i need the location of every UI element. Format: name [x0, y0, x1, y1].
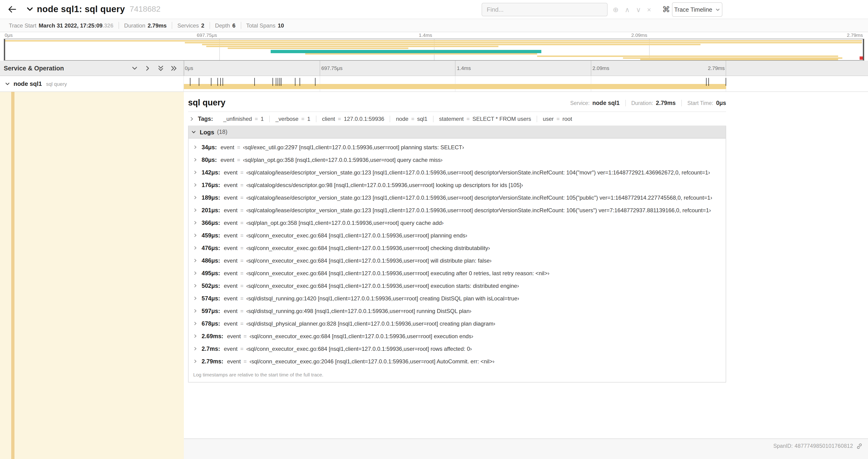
log-row[interactable]: 678μs: event ‹sql/distsql_physical_plann… [189, 317, 726, 330]
next-match-icon[interactable]: ∨ [636, 6, 641, 13]
log-field-key: event [224, 232, 238, 239]
minimap-span [537, 55, 838, 57]
log-tick-mark [708, 78, 709, 86]
span-detail-content: sql query Service: node sql1 Duration: 2… [188, 94, 726, 383]
equals-sign [411, 116, 414, 122]
double-chevron-right-icon [170, 65, 177, 72]
log-row[interactable]: 142μs: event ‹sql/catalog/lease/descript… [189, 166, 726, 179]
trace-timeline-page: node sql1: sql query 7418682 ⊕ ∧ ∨ × ⌘ T… [0, 0, 868, 459]
logs-list: 34μs: event ‹sql/exec_util.go:2297 [nsql… [189, 138, 726, 368]
service-operation-header: Service & Operation [0, 61, 184, 75]
tag-value: 1 [307, 116, 310, 122]
span-id-label: SpanID: [773, 443, 793, 449]
deep-link-icon[interactable] [856, 443, 862, 449]
logs-header[interactable]: Logs (18) [189, 126, 726, 138]
view-type-button[interactable]: Trace Timeline [672, 2, 722, 17]
equals-sign [237, 157, 240, 163]
equals-sign [240, 270, 243, 276]
span-row-name-cell[interactable]: node sql1 sql query [0, 76, 184, 91]
expand-all-button[interactable] [170, 64, 178, 72]
detail-stat-value: 2.79ms [656, 100, 676, 106]
log-field-key: event [224, 194, 238, 201]
collapse-one-level-button[interactable] [131, 64, 138, 72]
log-timestamp: 366μs: [202, 220, 220, 226]
log-timestamp: 2.79ms: [202, 358, 223, 365]
log-field-value: ‹sql/catalog/lease/descriptor_version_st… [246, 194, 712, 201]
log-row[interactable]: 34μs: event ‹sql/exec_util.go:2297 [nsql… [189, 141, 726, 154]
log-timestamp: 189μs: [202, 194, 220, 201]
log-tick-mark [273, 78, 273, 86]
log-row[interactable]: 486μs: event ‹sql/conn_executor_exec.go:… [189, 254, 726, 267]
span-row[interactable]: node sql1 sql query [0, 76, 868, 92]
log-timestamp: 476μs: [202, 245, 220, 251]
log-row[interactable]: 476μs: event ‹sql/conn_executor_exec.go:… [189, 242, 726, 254]
prev-match-icon[interactable]: ∧ [625, 6, 630, 13]
tick-line [455, 61, 456, 75]
minimap[interactable] [4, 39, 864, 61]
equals-sign [466, 116, 469, 122]
find-controls: ⊕ ∧ ∨ × [613, 3, 651, 16]
log-field-key: event [224, 220, 238, 226]
log-row[interactable]: 366μs: event ‹sql/plan_opt.go:358 [nsql1… [189, 217, 726, 229]
log-field-key: event [220, 157, 234, 163]
tags-list: _unfinished 1 _verbose 1 [218, 116, 578, 122]
tick-label: 2.79ms [847, 32, 863, 38]
tags-row[interactable]: Tags: _unfinished 1 _verbose [188, 112, 726, 126]
log-row[interactable]: 2.79ms: event ‹sql/conn_executor_exec.go… [189, 355, 726, 368]
back-button[interactable] [6, 4, 18, 15]
focus-matches-icon[interactable]: ⊕ [613, 6, 619, 13]
log-field-key: event [224, 283, 238, 289]
span-id-value: 4877749850101760812 [795, 443, 853, 449]
keyboard-shortcuts-icon[interactable]: ⌘ [662, 3, 670, 16]
equals-sign [240, 182, 243, 188]
span-detail-panel: sql query Service: node sql1 Duration: 2… [184, 92, 868, 439]
log-row[interactable]: 2.69ms: event ‹sql/conn_executor_exec.go… [189, 330, 726, 342]
detail-stat: Service: node sql1 [565, 100, 625, 106]
log-row[interactable]: 176μs: event ‹sql/catalog/descs/descript… [189, 179, 726, 191]
log-row[interactable]: 459μs: event ‹sql/conn_executor_exec.go:… [189, 229, 726, 242]
log-row[interactable]: 201μs: event ‹sql/catalog/lease/descript… [189, 204, 726, 217]
equals-sign [240, 321, 243, 326]
log-timestamp: 80μs: [202, 157, 217, 163]
minimap-right-handle[interactable] [863, 39, 864, 60]
log-row[interactable]: 574μs: event ‹sql/distsql_running.go:142… [189, 292, 726, 305]
equals-sign [240, 296, 243, 301]
collapse-all-button[interactable] [157, 64, 165, 72]
chevron-down-icon[interactable] [5, 81, 10, 87]
log-field-key: event [224, 257, 238, 264]
tag-value: sql1 [417, 116, 428, 122]
span-bar-track[interactable] [184, 76, 726, 91]
equals-sign [237, 144, 240, 150]
minimap-tick-labels: 0μs697.75μs1.4ms2.09ms2.79ms [4, 32, 864, 39]
log-row[interactable]: 189μs: event ‹sql/catalog/lease/descript… [189, 191, 726, 204]
log-row[interactable]: 495μs: event ‹sql/conn_executor_exec.go:… [189, 267, 726, 280]
trace-header-collapse-toggle[interactable] [25, 5, 34, 14]
chevron-right-icon [193, 271, 197, 275]
log-timestamp: 495μs: [202, 270, 220, 276]
log-timestamp: 459μs: [202, 232, 220, 239]
log-row[interactable]: 597μs: event ‹sql/distsql_running.go:498… [189, 305, 726, 317]
tick-line [319, 61, 320, 75]
minimap-span [185, 42, 862, 43]
minimap-span [640, 59, 838, 60]
logs-label: Logs [200, 129, 214, 135]
summary-item: Duration 2.79ms [119, 22, 172, 29]
detail-stat-value: 0μs [716, 100, 726, 106]
log-row[interactable]: 502μs: event ‹sql/conn_executor_exec.go:… [189, 280, 726, 292]
log-field-value: ‹sql/distsql_running.go:498 [nsql1,clien… [246, 308, 471, 314]
log-row[interactable]: 80μs: event ‹sql/plan_opt.go:358 [nsql1,… [189, 154, 726, 166]
minimap-left-handle[interactable] [4, 39, 5, 60]
clear-search-icon[interactable]: × [647, 6, 651, 13]
tag-value: 127.0.0.1:59936 [344, 116, 384, 122]
log-field-key: event [224, 295, 238, 302]
log-field-key: event [227, 358, 241, 365]
expand-one-level-button[interactable] [144, 64, 152, 72]
log-row[interactable]: 2.7ms: event ‹sql/conn_executor_exec.go:… [189, 342, 726, 355]
log-tick-mark [254, 78, 255, 86]
chevron-down-icon [716, 7, 720, 12]
log-field-value: ‹sql/exec_util.go:2297 [nsql1,client=127… [243, 144, 464, 151]
tick-line [726, 61, 726, 75]
minimap-span [228, 48, 408, 49]
chevron-right-icon [193, 208, 197, 212]
find-input[interactable] [482, 3, 608, 16]
